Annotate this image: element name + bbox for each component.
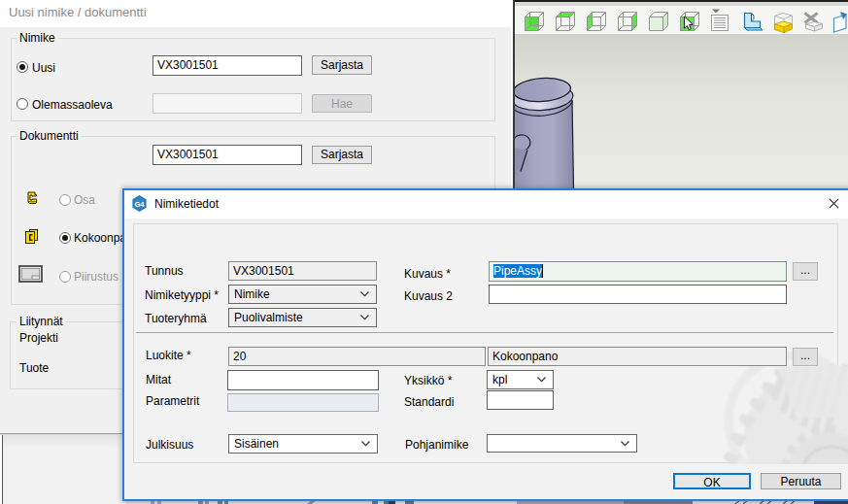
svg-text:G4: G4 <box>134 200 145 209</box>
